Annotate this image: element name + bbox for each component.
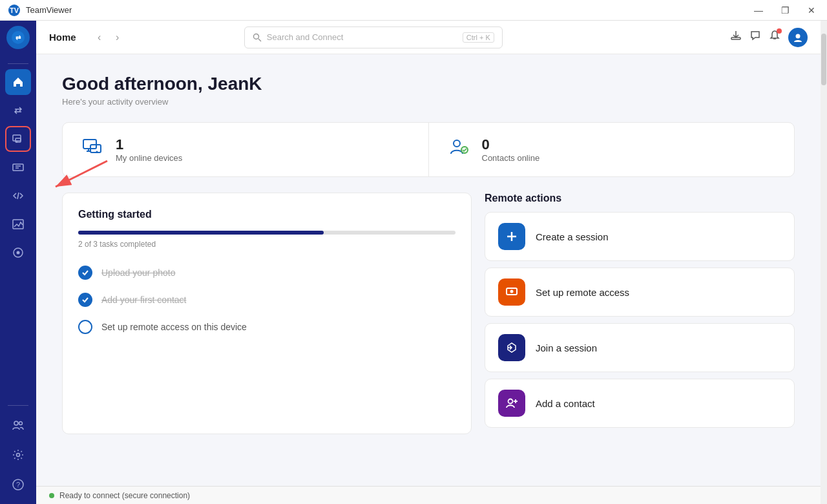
chat-icon[interactable] (749, 30, 761, 45)
getting-started-card: Getting started 2 of 3 tasks completed U… (62, 193, 472, 434)
remote-actions-title: Remote actions (485, 193, 795, 204)
page-title: Home (49, 32, 76, 43)
online-devices-count: 1 (116, 136, 182, 153)
sidebar-item-contacts[interactable] (5, 412, 31, 438)
two-col-section: Getting started 2 of 3 tasks completed U… (62, 193, 795, 434)
sidebar-item-monitoring[interactable] (5, 240, 31, 266)
minimize-button[interactable]: — (750, 4, 767, 17)
maximize-button[interactable]: ❐ (777, 4, 793, 17)
sidebar-item-whiteboard[interactable] (5, 211, 31, 237)
svg-line-20 (258, 39, 261, 41)
svg-text:TV: TV (10, 6, 19, 14)
task-check-0 (78, 266, 92, 280)
contacts-online-count: 0 (482, 136, 540, 153)
action-add-contact[interactable]: Add a contact (485, 379, 795, 428)
task-check-1 (78, 293, 92, 307)
svg-point-16 (17, 454, 20, 457)
svg-rect-7 (13, 164, 23, 171)
sidebar: ⇄ (0, 21, 36, 504)
sidebar-item-transfer[interactable] (5, 98, 31, 123)
header-actions (730, 28, 808, 47)
sidebar-divider-2 (8, 405, 28, 406)
create-session-icon (498, 223, 525, 250)
task-item-1[interactable]: Add your first contact (78, 286, 455, 313)
search-bar[interactable]: Search and Connect Ctrl + K (244, 26, 503, 48)
sidebar-divider-1 (8, 63, 28, 64)
join-session-label: Join a session (536, 342, 597, 353)
close-button[interactable]: ✕ (804, 4, 819, 17)
notification-icon[interactable] (769, 30, 780, 45)
svg-text:⇄: ⇄ (16, 34, 21, 41)
action-create-session[interactable]: Create a session (485, 212, 795, 261)
setup-remote-icon (498, 278, 525, 306)
svg-point-27 (96, 151, 98, 153)
svg-line-10 (17, 193, 19, 199)
remote-actions-section: Remote actions Create a session Set up r… (485, 193, 795, 434)
contacts-online-icon (448, 136, 472, 163)
download-icon[interactable] (730, 30, 742, 45)
user-avatar[interactable] (788, 28, 808, 47)
progress-bar-bg (78, 231, 455, 235)
progress-label: 2 of 3 tasks completed (78, 240, 455, 249)
online-devices-label: My online devices (116, 153, 182, 163)
stats-row: 1 My online devices 0 (62, 122, 795, 177)
status-bar: Ready to connect (secure connection) (36, 486, 821, 504)
task-label-0: Upload your photo (101, 268, 175, 278)
notification-dot (777, 28, 782, 34)
sidebar-item-settings[interactable] (5, 442, 31, 468)
svg-point-15 (19, 422, 23, 425)
task-label-1: Add your first contact (101, 295, 187, 305)
search-icon (253, 33, 262, 42)
greeting-text: Good afternoon, JeanK (62, 74, 795, 94)
svg-text:?: ? (16, 481, 20, 488)
create-session-label: Create a session (536, 231, 609, 242)
task-check-2 (78, 320, 92, 334)
svg-point-19 (253, 34, 258, 39)
app-header: Home ‹ › Search and Connect Ctrl + K (36, 21, 821, 54)
app-title: TeamViewer (26, 5, 72, 15)
sidebar-item-meeting[interactable] (5, 154, 31, 180)
status-dot (49, 493, 54, 498)
join-session-icon (498, 334, 525, 361)
svg-point-35 (510, 290, 514, 293)
main-content: Good afternoon, JeanK Here's your activi… (36, 54, 821, 486)
stat-online-devices[interactable]: 1 My online devices (63, 123, 428, 176)
nav-forward-button[interactable]: › (110, 30, 125, 45)
svg-point-14 (14, 421, 18, 425)
svg-rect-5 (16, 138, 21, 142)
task-item-0[interactable]: Upload your photo (78, 259, 455, 286)
stat-contacts-online[interactable]: 0 Contacts online (428, 123, 795, 176)
action-join-session[interactable]: Join a session (485, 323, 795, 372)
svg-point-23 (795, 34, 800, 38)
svg-point-30 (454, 140, 460, 147)
devices-icon (82, 136, 105, 163)
teamviewer-logo-icon: TV (8, 4, 21, 17)
sidebar-item-computers[interactable] (5, 126, 31, 152)
sidebar-logo[interactable]: ⇄ (6, 26, 30, 49)
getting-started-title: Getting started (78, 209, 455, 220)
search-shortcut: Ctrl + K (463, 32, 494, 43)
sidebar-item-help[interactable]: ? (5, 472, 31, 498)
status-text: Ready to connect (secure connection) (59, 491, 190, 500)
nav-arrows: ‹ › (92, 30, 125, 45)
task-label-2: Set up remote access on this device (101, 322, 247, 332)
sidebar-item-code[interactable] (5, 183, 31, 209)
add-contact-icon (498, 390, 525, 417)
sidebar-item-home[interactable] (5, 69, 31, 95)
titlebar: TV TeamViewer — ❐ ✕ (0, 0, 827, 21)
search-placeholder: Search and Connect (267, 32, 344, 42)
svg-point-36 (508, 399, 513, 404)
svg-point-13 (17, 251, 20, 255)
greeting-subtitle: Here's your activity overview (62, 97, 795, 107)
task-item-2[interactable]: Set up remote access on this device (78, 313, 455, 341)
action-setup-remote-access[interactable]: Set up remote access (485, 268, 795, 317)
progress-bar-fill (78, 231, 324, 235)
nav-back-button[interactable]: ‹ (92, 30, 107, 45)
setup-remote-label: Set up remote access (536, 287, 629, 298)
contacts-online-label: Contacts online (482, 153, 540, 163)
add-contact-label: Add a contact (536, 398, 595, 409)
